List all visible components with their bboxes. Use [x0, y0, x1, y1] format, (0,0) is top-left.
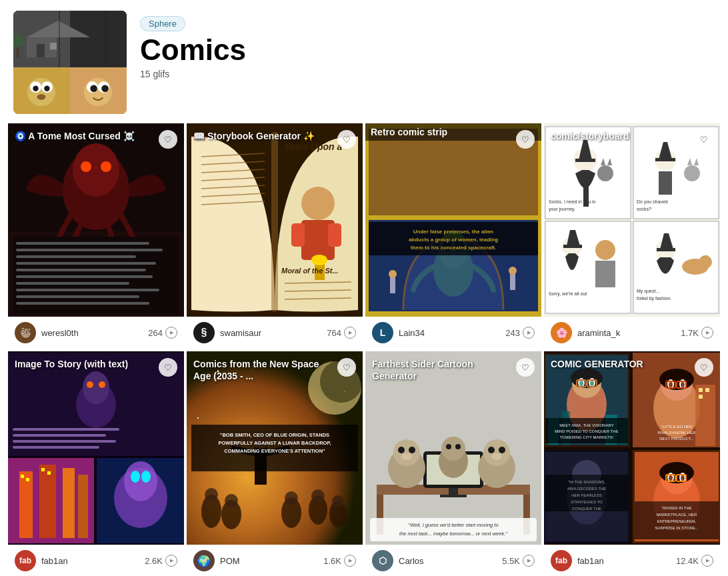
- card-1-avatar[interactable]: 🦥: [15, 322, 36, 343]
- heart-button-5[interactable]: ♡: [159, 358, 177, 377]
- svg-rect-118: [13, 434, 106, 437]
- cards-grid: ♡ 🧿 A Tome Most Cursed ☠️ 🦥 weresl0th 26…: [0, 122, 728, 576]
- svg-point-25: [73, 143, 119, 197]
- svg-rect-32: [16, 262, 156, 265]
- svg-text:Do you shaved: Do you shaved: [637, 199, 668, 205]
- svg-text:"RAISED IN THE: "RAISED IN THE: [661, 506, 692, 510]
- heart-button-4[interactable]: ♡: [695, 130, 713, 149]
- card-5-count: 2.6K ▶: [145, 555, 177, 567]
- svg-point-195: [590, 381, 594, 386]
- svg-text:Under false pretenses, the ali: Under false pretenses, the alien: [413, 229, 494, 235]
- svg-text:"LITTLE DO HER: "LITTLE DO HER: [661, 425, 693, 429]
- heart-button-8[interactable]: ♡: [695, 358, 713, 377]
- svg-point-173: [401, 453, 412, 460]
- svg-text:your journey.: your journey.: [549, 207, 575, 212]
- heart-button-6[interactable]: ♡: [337, 358, 356, 377]
- card-4-avatar[interactable]: 🌸: [551, 322, 572, 343]
- svg-point-182: [455, 444, 461, 449]
- card-8-footer: fab fab1an 12.4K ▶: [544, 545, 720, 576]
- card-6-count: 1.6K ▶: [323, 555, 356, 567]
- card-3-title: Retro comic strip: [371, 127, 447, 137]
- card-4: Socks. I need in you in your journey. Do…: [543, 122, 721, 350]
- card-3-avatar[interactable]: L: [372, 322, 393, 343]
- svg-rect-49: [291, 223, 305, 247]
- svg-point-175: [483, 439, 510, 466]
- svg-rect-167: [449, 488, 458, 495]
- svg-point-214: [681, 382, 685, 387]
- svg-text:foiled by fashion.: foiled by fashion.: [637, 296, 672, 301]
- svg-rect-98: [563, 245, 582, 248]
- svg-rect-129: [47, 471, 51, 475]
- svg-text:abducts a group of women, lead: abducts a group of women, leading: [409, 237, 498, 243]
- card-6-avatar[interactable]: 🌍: [193, 550, 215, 571]
- card-5-play[interactable]: ▶: [165, 555, 177, 567]
- card-2-image: Once Upon a Moral of the St...: [187, 123, 363, 317]
- card-5-avatar[interactable]: fab: [15, 550, 36, 571]
- card-8-play[interactable]: ▶: [701, 555, 713, 567]
- svg-rect-5: [37, 44, 45, 57]
- card-7-count: 5.5K ▶: [502, 555, 535, 567]
- svg-rect-219: [699, 388, 703, 392]
- svg-rect-30: [16, 249, 163, 251]
- svg-point-14: [44, 86, 49, 91]
- card-4-count: 1.7K ▶: [681, 327, 713, 339]
- svg-point-148: [225, 494, 238, 507]
- card-2-play[interactable]: ▶: [344, 327, 356, 339]
- card-1-play[interactable]: ▶: [165, 327, 177, 339]
- card-6-play[interactable]: ▶: [344, 555, 356, 567]
- svg-point-171: [398, 447, 405, 453]
- heart-button-7[interactable]: ♡: [516, 358, 535, 377]
- card-4-avatar-inner: 🌸: [551, 322, 572, 343]
- card-2: Once Upon a Moral of the St... ♡ 📖 Story…: [185, 122, 364, 350]
- page-title: Comics: [140, 34, 246, 66]
- svg-rect-95: [545, 221, 631, 313]
- card-5-title: Image To Story (with text): [15, 358, 128, 370]
- svg-rect-3: [27, 37, 57, 57]
- svg-text:TOWERING CITY MARKETS!: TOWERING CITY MARKETS!: [560, 435, 614, 439]
- svg-rect-125: [78, 475, 88, 538]
- card-4-play[interactable]: ▶: [701, 327, 713, 339]
- svg-rect-218: [695, 385, 715, 446]
- card-1-footer: 🦥 weresl0th 264 ▶: [8, 317, 184, 349]
- card-7-play[interactable]: ▶: [523, 555, 535, 567]
- card-1-image: [8, 123, 184, 317]
- svg-text:Socks. I need in you in: Socks. I need in you in: [549, 199, 596, 205]
- svg-text:ENTREPRENEURIAL: ENTREPRENEURIAL: [657, 519, 697, 523]
- svg-text:"Well, I guess we'd better sta: "Well, I guess we'd better start moving …: [408, 522, 498, 528]
- svg-point-47: [301, 187, 335, 220]
- card-3-username: Lain34: [399, 328, 500, 338]
- card-2-title: 📖 Storybook Generator ✨: [193, 130, 315, 142]
- svg-rect-220: [705, 388, 709, 392]
- card-4-username: araminta_k: [577, 328, 675, 338]
- card-2-avatar[interactable]: §: [193, 322, 215, 343]
- svg-point-176: [488, 447, 495, 453]
- card-1-title: 🧿 A Tome Most Cursed ☠️: [15, 130, 135, 142]
- svg-rect-31: [16, 255, 136, 258]
- card-7-title: Farthest Sider Cartoon Generator: [372, 358, 513, 382]
- thumb-top: [13, 11, 127, 67]
- card-4-footer: 🌸 araminta_k 1.7K ▶: [544, 317, 720, 349]
- svg-rect-0: [13, 11, 127, 67]
- svg-text:RIVALS KNOW, HER: RIVALS KNOW, HER: [658, 431, 697, 435]
- header-info: Sphere Comics 15 glifs: [140, 11, 246, 79]
- svg-point-213: [669, 382, 673, 387]
- svg-point-10: [27, 78, 55, 106]
- thumb-bottom: [13, 67, 127, 114]
- heart-button-2[interactable]: ♡: [337, 130, 356, 149]
- card-3-play[interactable]: ▶: [523, 327, 535, 339]
- heart-button-1[interactable]: ♡: [159, 130, 177, 149]
- svg-point-115: [87, 381, 93, 388]
- card-8-avatar[interactable]: fab: [551, 550, 572, 571]
- heart-button-3[interactable]: ♡: [516, 130, 535, 149]
- card-8-title: COMIC GENERATOR: [551, 358, 643, 370]
- card-1-avatar-inner: 🦥: [15, 322, 36, 343]
- svg-rect-7: [17, 44, 19, 57]
- sphere-badge[interactable]: Sphere: [140, 16, 185, 31]
- card-4-title: comic/storyboard: [551, 130, 629, 142]
- card-7-avatar[interactable]: ⬡: [372, 550, 393, 571]
- svg-rect-119: [13, 440, 116, 443]
- svg-rect-221: [699, 395, 703, 399]
- svg-rect-117: [13, 428, 119, 431]
- svg-rect-124: [63, 468, 75, 538]
- svg-point-152: [311, 489, 325, 503]
